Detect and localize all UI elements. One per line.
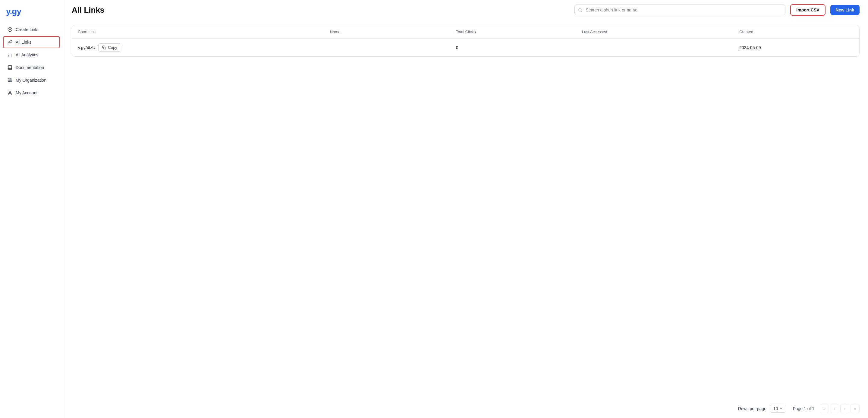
page-info: Page 1 of 1 (793, 406, 814, 411)
import-csv-button[interactable]: Import CSV (790, 4, 825, 16)
cell-short-link: y.gy/4tzU Copy (72, 39, 324, 57)
pagination-buttons: « ‹ › » (820, 404, 860, 413)
cell-name (324, 39, 450, 57)
table-body: y.gy/4tzU Copy (72, 39, 859, 57)
search-container (575, 4, 785, 15)
copy-icon (102, 45, 106, 50)
cell-created: 2024-05-09 (733, 39, 859, 57)
cell-last-accessed (576, 39, 733, 57)
chevron-down-icon (779, 407, 783, 411)
cell-total-clicks: 0 (450, 39, 576, 57)
sidebar-item-label-all-links: All Links (16, 40, 31, 44)
sidebar-item-label-my-organization: My Organization (16, 78, 46, 83)
plus-circle-icon (7, 27, 13, 32)
sidebar-item-documentation[interactable]: Documentation (3, 62, 60, 73)
logo[interactable]: y.gy (6, 7, 21, 16)
table-row: y.gy/4tzU Copy (72, 39, 859, 57)
book-icon (7, 65, 13, 70)
user-icon (7, 90, 13, 96)
copy-label: Copy (108, 45, 117, 50)
short-link-value: y.gy/4tzU (78, 45, 95, 50)
link-icon (7, 39, 13, 45)
sidebar-item-all-analytics[interactable]: All Analytics (3, 49, 60, 61)
sidebar-item-create-link[interactable]: Create Link (3, 24, 60, 36)
links-table-wrapper: Short Link Name Total Clicks Last Access… (72, 25, 860, 57)
sidebar-item-my-account[interactable]: My Account (3, 87, 60, 99)
sidebar: y.gy Create Link All Links (0, 0, 63, 418)
copy-button[interactable]: Copy (98, 43, 121, 52)
new-link-button[interactable]: New Link (830, 5, 860, 15)
rows-per-page-value: 10 (773, 406, 778, 411)
last-page-button[interactable]: » (850, 404, 860, 413)
col-header-total-clicks: Total Clicks (450, 25, 576, 39)
next-page-button[interactable]: › (840, 404, 849, 413)
sidebar-item-label-my-account: My Account (16, 90, 37, 95)
col-header-created: Created (733, 25, 859, 39)
sidebar-nav: Create Link All Links All Analytics (0, 24, 63, 99)
sidebar-item-label-all-analytics: All Analytics (16, 53, 38, 57)
rows-per-page-select[interactable]: 10 (770, 405, 786, 413)
main-content: All Links Import CSV New Link Short Link… (63, 0, 868, 418)
logo-area: y.gy (0, 0, 63, 24)
sidebar-item-label-documentation: Documentation (16, 65, 44, 70)
col-header-short-link: Short Link (72, 25, 324, 39)
table-container: Short Link Name Total Clicks Last Access… (63, 20, 868, 399)
bar-chart-icon (7, 52, 13, 58)
search-icon (578, 8, 582, 12)
globe-icon (7, 77, 13, 83)
sidebar-item-label-create-link: Create Link (16, 27, 37, 32)
links-table: Short Link Name Total Clicks Last Access… (72, 25, 859, 56)
pagination-bar: Rows per page 10 Page 1 of 1 « ‹ › » (63, 399, 868, 418)
svg-rect-11 (104, 47, 106, 49)
svg-line-10 (581, 11, 582, 12)
page-title: All Links (72, 5, 104, 15)
search-input[interactable] (575, 4, 785, 15)
prev-page-button[interactable]: ‹ (830, 404, 839, 413)
col-header-name: Name (324, 25, 450, 39)
svg-point-8 (9, 91, 10, 93)
rows-per-page-label: Rows per page (738, 406, 767, 411)
sidebar-item-all-links[interactable]: All Links (3, 36, 60, 48)
first-page-button[interactable]: « (820, 404, 829, 413)
col-header-last-accessed: Last Accessed (576, 25, 733, 39)
sidebar-item-my-organization[interactable]: My Organization (3, 74, 60, 86)
topbar: All Links Import CSV New Link (63, 0, 868, 20)
